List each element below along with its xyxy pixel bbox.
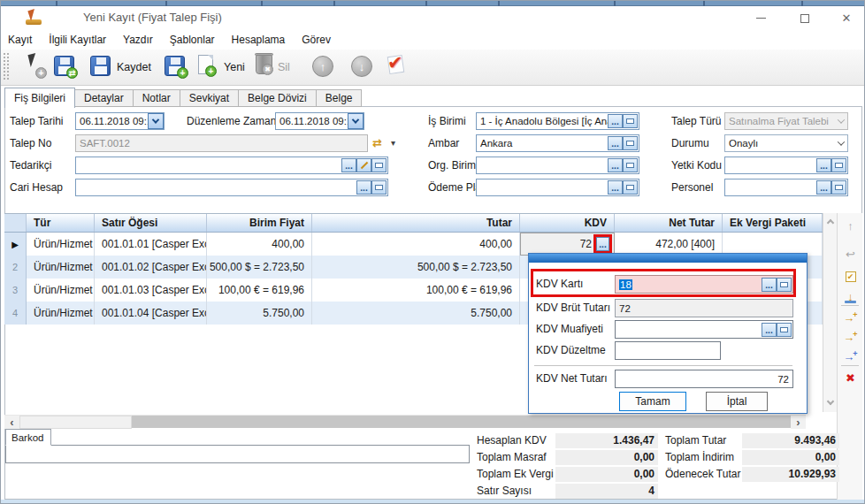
cell-satir-ogesi[interactable]: 001.01.04 [Casper Excalibur ... <box>95 302 207 325</box>
scrollbar-thumb[interactable] <box>19 416 132 429</box>
tab-fis-bilgileri[interactable]: Fiş Bilgileri <box>4 88 75 108</box>
personel-field[interactable]: ... <box>724 179 848 196</box>
tab-detaylar[interactable]: Detaylar <box>75 89 134 107</box>
lookup-button[interactable]: ... <box>356 180 371 195</box>
menu-gorev[interactable]: Görev <box>302 34 331 46</box>
tab-belge-dovizi[interactable]: Belge Dövizi <box>239 89 317 107</box>
cell-birim-fiyat[interactable]: 100,00 € = 619,96 <box>207 279 312 302</box>
ambar-field[interactable]: Ankara ... <box>476 134 639 152</box>
yetki-kodu-field[interactable]: ... <box>724 157 848 174</box>
header-birim-fiyat[interactable]: Birim Fiyat <box>207 214 312 232</box>
lookup-button[interactable]: ... <box>608 136 623 150</box>
menu-ilgili-kayitlar[interactable]: İlgili Kayıtlar <box>49 34 106 46</box>
add-lines-button[interactable]: →+ <box>838 328 863 346</box>
lookup-button[interactable]: ... <box>608 158 623 172</box>
header-satir-ogesi[interactable]: Satır Öğesi <box>95 214 207 232</box>
tab-notlar[interactable]: Notlar <box>134 89 180 107</box>
card-view-button[interactable] <box>777 323 792 337</box>
kdv-duzeltme-field[interactable] <box>615 341 721 360</box>
card-view-button[interactable] <box>623 180 638 195</box>
lookup-button[interactable]: ... <box>762 323 777 337</box>
tamam-button[interactable]: Tamam <box>619 392 686 411</box>
barkod-input[interactable] <box>5 445 470 463</box>
save-refresh-button[interactable]: ⇄ <box>54 56 74 76</box>
scroll-left-button[interactable]: ‹ <box>4 416 19 429</box>
scroll-right-button[interactable]: › <box>791 416 806 429</box>
import-line-button[interactable]: ↓ <box>838 287 863 305</box>
lookup-button[interactable]: ... <box>608 114 623 128</box>
scroll-down-icon[interactable] <box>827 398 834 405</box>
pointer-add-icon[interactable]: + <box>26 54 45 77</box>
org-birim-field[interactable]: ... <box>476 157 639 174</box>
cell-tur[interactable]: Ürün/Hizmet <box>27 256 95 279</box>
talep-tarihi-field[interactable]: 06.11.2018 09:12 <box>75 112 165 130</box>
tab-belge[interactable]: Belge <box>317 89 363 107</box>
cell-birim-fiyat[interactable]: 500,00 $ = 2.723,50 <box>207 256 312 279</box>
cell-satir-ogesi[interactable]: 001.01.02 [Casper Excalibur ... <box>95 256 207 279</box>
date-dropdown-button[interactable] <box>148 113 164 129</box>
card-view-button[interactable] <box>623 114 638 128</box>
menu-hesaplama[interactable]: Hesaplama <box>232 34 286 46</box>
cell-tur[interactable]: Ürün/Hizmet <box>27 302 95 325</box>
card-view-button[interactable] <box>371 158 387 172</box>
odeme-plani-field[interactable]: ... <box>476 179 639 196</box>
grid-horizontal-scrollbar[interactable]: ‹ › <box>4 415 806 428</box>
save-and-new-button[interactable]: + <box>165 56 185 76</box>
card-view-button[interactable] <box>831 158 846 172</box>
iptal-button[interactable]: İptal <box>706 392 768 411</box>
cell-tutar[interactable]: 500,00 $ = 2.723,50 <box>312 256 520 279</box>
talep-no-field[interactable]: SAFT.0012 <box>75 134 368 152</box>
new-record-button[interactable]: + <box>198 55 213 74</box>
kdv-lookup-button[interactable]: ... <box>596 237 609 251</box>
menu-sablonlar[interactable]: Şablonlar <box>170 34 215 46</box>
previous-record-button[interactable]: ↑ <box>312 56 333 77</box>
toolbar-drag-handle[interactable] <box>7 53 9 81</box>
header-net-tutar[interactable]: Net Tutar <box>615 214 723 232</box>
cell-satir-ogesi[interactable]: 001.01.01 [Casper Excalibur ... <box>95 233 207 256</box>
durumu-select[interactable]: Onaylı <box>724 134 848 152</box>
header-tur[interactable]: Tür <box>27 214 95 232</box>
wand-button[interactable] <box>356 158 371 172</box>
cell-birim-fiyat[interactable]: 5.750,00 <box>207 302 312 325</box>
is-birimi-field[interactable]: 1 - İç Anadolu Bölgesi [İç Anad ... <box>476 112 639 130</box>
save-button[interactable] <box>90 56 111 76</box>
next-record-button[interactable]: ↓ <box>351 56 372 77</box>
add-detail-line-button[interactable]: →+ <box>838 347 863 365</box>
cell-tutar[interactable]: 100,00 € = 619,96 <box>312 279 520 302</box>
cari-hesap-field[interactable]: ... <box>75 179 388 196</box>
card-view-button[interactable] <box>623 158 638 172</box>
cell-tutar[interactable]: 400,00 <box>312 233 520 256</box>
add-line-button[interactable]: →+ <box>838 309 863 326</box>
minimize-button[interactable] <box>743 7 778 29</box>
tab-sevkiyat[interactable]: Sevkiyat <box>180 89 239 107</box>
lookup-button[interactable]: ... <box>816 158 831 172</box>
header-tutar[interactable]: Tutar <box>312 214 520 232</box>
renumber-icon[interactable]: ⇄ <box>372 136 382 149</box>
row-marker[interactable]: 2 <box>4 256 27 279</box>
scroll-up-icon[interactable] <box>827 219 834 226</box>
maximize-button[interactable] <box>787 7 823 29</box>
row-marker[interactable]: 3 <box>4 279 27 302</box>
card-view-button[interactable] <box>623 136 638 150</box>
cell-tur[interactable]: Ürün/Hizmet <box>27 279 95 302</box>
tedarikci-field[interactable]: ... <box>75 157 388 174</box>
dialog-titlebar[interactable] <box>529 254 807 263</box>
kdv-muafiyeti-field[interactable]: ... <box>615 320 793 339</box>
lookup-button[interactable]: ... <box>608 180 623 195</box>
row-marker[interactable]: 4 <box>4 302 27 325</box>
card-view-button[interactable] <box>831 180 846 195</box>
row-marker[interactable]: ▶ <box>4 233 27 256</box>
cell-birim-fiyat[interactable]: 400,00 <box>207 233 312 256</box>
new-label[interactable]: Yeni <box>224 61 245 73</box>
grid-vertical-scrollbar[interactable] <box>823 213 837 412</box>
cell-tur[interactable]: Ürün/Hizmet <box>27 233 95 256</box>
barkod-tab[interactable]: Barkod <box>5 429 51 446</box>
toolbar-drag-handle[interactable] <box>4 53 5 81</box>
lookup-button[interactable]: ... <box>341 158 356 172</box>
date-dropdown-button[interactable] <box>348 113 364 129</box>
confirm-button[interactable]: ✔ <box>385 54 410 77</box>
save-label[interactable]: Kaydet <box>117 61 151 73</box>
apply-line-button[interactable]: ✔ <box>838 268 863 286</box>
header-kdv[interactable]: KDV <box>520 214 615 232</box>
delete-line-button[interactable]: ✖ <box>838 369 863 386</box>
